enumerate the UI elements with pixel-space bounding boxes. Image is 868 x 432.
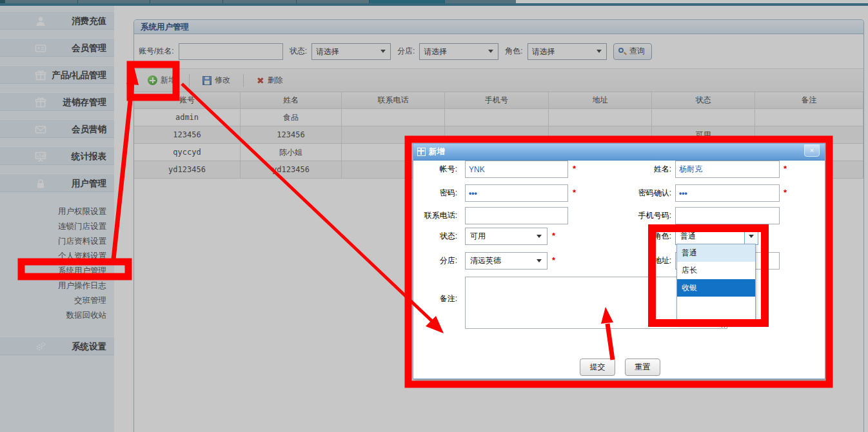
required-mark: * [552, 231, 555, 241]
mobile-input[interactable] [675, 207, 780, 224]
dialog-header[interactable]: 新增 × [413, 144, 825, 161]
name-input[interactable] [675, 161, 780, 178]
address-label: 地址: [613, 252, 671, 270]
required-mark: * [573, 164, 576, 173]
mobile-label: 手机号码: [613, 207, 671, 224]
close-icon[interactable]: × [804, 144, 820, 157]
account-label: 帐号: [413, 161, 457, 178]
window-icon [417, 148, 426, 156]
password-confirm-input[interactable] [675, 184, 780, 202]
required-mark: * [552, 255, 555, 265]
account-input[interactable] [465, 161, 568, 178]
branch-label: 分店: [413, 252, 457, 270]
chevron-down-icon [537, 235, 542, 238]
required-mark: * [573, 188, 576, 197]
branch-select[interactable]: 清远英德 [465, 252, 547, 270]
add-user-dialog: 新增 × 帐号: * 姓名: * 密码: * 密码确认: * 联系电话: 手机号… [413, 143, 825, 379]
password-label: 密码: [413, 184, 457, 202]
reset-button[interactable]: 重置 [625, 358, 660, 376]
role-combobox[interactable]: 普通 [675, 228, 758, 245]
chevron-down-icon [749, 235, 754, 238]
role-label: 角色: [613, 228, 671, 245]
status-label: 状态: [413, 228, 457, 245]
name-label: 姓名: [613, 161, 671, 178]
required-mark: * [784, 188, 787, 197]
role-option[interactable]: 店长 [677, 262, 755, 279]
combo-arrow-button[interactable] [744, 228, 758, 244]
status-select[interactable]: 可用 [465, 228, 547, 245]
remark-label: 备注: [413, 290, 457, 308]
role-option[interactable]: 普通 [677, 244, 755, 262]
password-input[interactable] [465, 184, 568, 202]
role-option-selected[interactable]: 收银 [677, 279, 755, 297]
required-mark: * [784, 164, 787, 173]
required-mark: * [764, 231, 767, 241]
role-dropdown-list: 普通店长收银 [676, 244, 756, 324]
phone-input[interactable] [465, 207, 568, 224]
dialog-title: 新增 [429, 144, 445, 160]
chevron-down-icon [537, 259, 542, 262]
phone-label: 联系电话: [413, 207, 457, 224]
password-confirm-label: 密码确认: [613, 184, 671, 202]
submit-button[interactable]: 提交 [580, 358, 615, 376]
